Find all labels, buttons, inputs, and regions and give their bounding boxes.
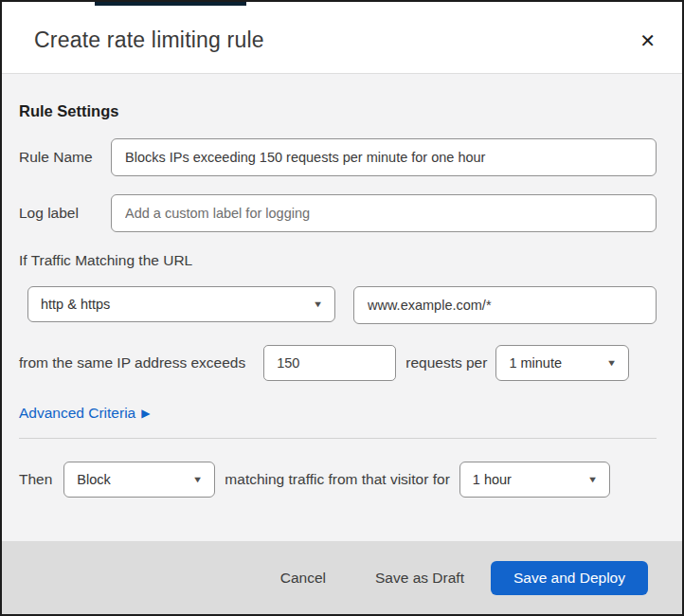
- request-count-input[interactable]: [263, 345, 396, 381]
- rule-name-row: Rule Name: [19, 138, 657, 176]
- threshold-prefix-text: from the same IP address exceeds: [19, 354, 245, 371]
- chevron-down-icon: ▼: [606, 358, 617, 368]
- background-page-strip: [95, 2, 246, 6]
- chevron-down-icon: ▼: [313, 299, 323, 309]
- dialog-body: Rule Settings Rule Name Log label If Tra…: [2, 74, 682, 541]
- period-select-value: 1 minute: [509, 355, 562, 371]
- save-and-deploy-button[interactable]: Save and Deploy: [491, 561, 648, 595]
- scheme-select-value: http & https: [41, 297, 110, 312]
- url-pattern-input[interactable]: [353, 286, 657, 324]
- dialog-footer: Cancel Save as Draft Save and Deploy: [2, 541, 682, 614]
- advanced-criteria-label: Advanced Criteria: [19, 405, 135, 422]
- rule-name-input[interactable]: [111, 138, 657, 176]
- scheme-select[interactable]: http & https ▼: [27, 286, 335, 322]
- chevron-down-icon: ▼: [587, 475, 598, 484]
- rule-settings-heading: Rule Settings: [19, 102, 657, 120]
- cancel-button[interactable]: Cancel: [271, 562, 335, 594]
- chevron-down-icon: ▼: [192, 475, 203, 484]
- threshold-row: from the same IP address exceeds request…: [19, 345, 657, 381]
- period-select[interactable]: 1 minute ▼: [495, 345, 629, 381]
- duration-select[interactable]: 1 hour ▼: [459, 462, 610, 498]
- action-select-value: Block: [77, 472, 110, 487]
- traffic-match-row: http & https ▼: [19, 286, 657, 324]
- then-middle-text: matching traffic from that visitor for: [225, 471, 449, 488]
- dialog-title: Create rate limiting rule: [34, 27, 264, 53]
- advanced-criteria-link[interactable]: Advanced Criteria ▶: [19, 405, 150, 422]
- create-rate-limiting-rule-dialog: Create rate limiting rule ✕ Rule Setting…: [0, 0, 684, 616]
- log-label-input[interactable]: [111, 194, 657, 232]
- then-row: Then Block ▼ matching traffic from that …: [19, 462, 657, 498]
- arrow-right-icon: ▶: [141, 407, 150, 420]
- close-icon[interactable]: ✕: [634, 27, 661, 54]
- save-as-draft-button[interactable]: Save as Draft: [366, 562, 474, 594]
- section-divider: [19, 438, 657, 439]
- then-label: Then: [19, 471, 52, 488]
- log-label-label: Log label: [19, 205, 111, 222]
- duration-select-value: 1 hour: [473, 472, 512, 487]
- rule-name-label: Rule Name: [19, 149, 111, 166]
- log-label-row: Log label: [19, 194, 657, 232]
- traffic-match-heading: If Traffic Matching the URL: [19, 252, 657, 269]
- dialog-header: Create rate limiting rule ✕: [2, 2, 682, 74]
- threshold-middle-text: requests per: [405, 354, 487, 371]
- action-select[interactable]: Block ▼: [63, 462, 215, 498]
